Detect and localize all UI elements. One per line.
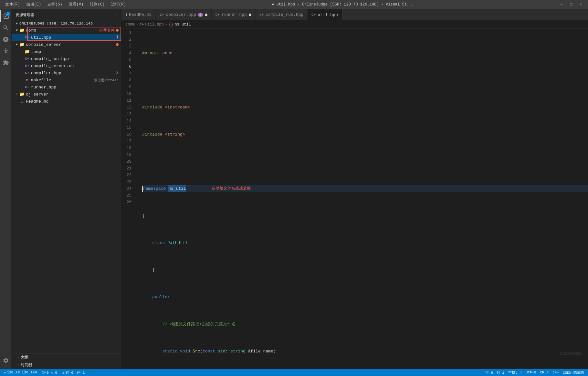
temp-label: temp xyxy=(31,49,119,54)
folder-oj-server[interactable]: › 📁 oj_server xyxy=(12,91,121,98)
include-1: #include xyxy=(142,104,165,111)
activity-search[interactable] xyxy=(0,22,12,34)
breadcrumb-ns-util[interactable]: ns_util xyxy=(174,22,191,27)
ln-23: 23 xyxy=(121,178,134,185)
tab-compile-run-hpp[interactable]: C+ compile_run.hpp xyxy=(256,9,308,20)
compiler-tab-badge: 2 xyxy=(198,13,203,17)
new-file-icon[interactable]: ⋯ xyxy=(113,12,117,18)
makefile-annotation: 微信用户rf4se xyxy=(94,78,119,83)
status-git[interactable]: ⓪ 0 △ 0 xyxy=(41,369,58,376)
status-language[interactable]: C++ xyxy=(551,369,560,376)
file-compiler-hpp[interactable]: C+ compiler.hpp 2 xyxy=(12,69,121,76)
scope-12: :: xyxy=(225,348,230,355)
readme-tab-icon: ℹ xyxy=(125,12,127,17)
iostream-str: <iostream> xyxy=(165,104,190,111)
code-line-3: #include <iostream> xyxy=(142,104,588,111)
position-label: 行 6，列 1 xyxy=(485,370,504,375)
tab-util-hpp[interactable]: C+ util.hpp xyxy=(308,9,342,20)
indent11 xyxy=(142,321,162,328)
minimize-button[interactable]: — xyxy=(557,1,566,8)
menu-edit[interactable]: 编辑(E) xyxy=(24,1,44,8)
util-tab-label: util.hpp xyxy=(318,13,338,17)
close-button[interactable]: ✕ xyxy=(576,1,585,8)
indent12 xyxy=(142,348,162,355)
tab-readme[interactable]: ℹ ReadMe.md xyxy=(121,9,156,20)
menu-run[interactable]: 运行(R) xyxy=(109,1,129,8)
oj-server-chevron: › xyxy=(14,92,19,97)
menu-view[interactable]: 查看(V) xyxy=(66,1,86,8)
ln-19: 19 xyxy=(121,151,134,158)
file-compile-run-hpp[interactable]: C+ compile_run.hpp xyxy=(12,55,121,62)
menu-bar[interactable]: 文件(F) 编辑(E) 选择(S) 查看(V) 转到(G) 运行(R) xyxy=(3,1,129,8)
activity-explorer[interactable]: 3 xyxy=(0,10,12,22)
root-folder[interactable]: ▼ ONLINEJUDGE [SSH: 120.78.126.148] xyxy=(12,20,121,27)
error-icon: ⚠ xyxy=(62,371,65,375)
folder-temp[interactable]: › 📁 temp xyxy=(12,48,121,55)
paren-12: ( xyxy=(200,348,203,355)
breadcrumb-icon: C+ xyxy=(140,23,144,26)
util-hpp-label: util.hpp xyxy=(31,35,115,40)
comm-annotation: 公共文件 xyxy=(99,28,115,33)
window-title: ● util.hpp - OnlineJudge [SSH: 120.78.12… xyxy=(129,2,557,7)
oj-server-label: oj_server xyxy=(26,92,119,97)
menu-file[interactable]: 文件(F) xyxy=(3,1,23,8)
ln-20: 20 xyxy=(121,158,134,165)
activity-settings[interactable] xyxy=(0,355,12,366)
code-line-10: public: xyxy=(142,294,588,300)
activity-git[interactable] xyxy=(0,34,12,45)
namespace-kw: namespace xyxy=(143,185,166,192)
indent9: { xyxy=(142,267,155,273)
tabs-bar: ℹ ReadMe.md C+ compiler.hpp 2 C+ runner.… xyxy=(121,9,588,20)
folder-compile-server[interactable]: ▼ 📁 compile_server xyxy=(12,41,121,48)
pragma-once-value: once xyxy=(162,50,172,56)
breadcrumb-util[interactable]: util.hpp xyxy=(145,22,164,27)
class-kw: class xyxy=(152,239,167,246)
title-bar: 文件(F) 编辑(E) 选择(S) 查看(V) 转到(G) 运行(R) ● ut… xyxy=(0,0,588,9)
user-label: CSDN·陈陈陈 xyxy=(563,370,584,375)
util-badge: 1 xyxy=(116,35,119,40)
line-numbers: 1 2 3 4 5 6 7 8 9 10 11 12 13 14 15 16 1… xyxy=(121,29,137,369)
error-label: 行 6，列 1 xyxy=(66,370,85,375)
tab-runner-hpp[interactable]: C+ runner.hpp xyxy=(212,9,256,20)
status-remote[interactable]: ⇌ 120.78.126.148 xyxy=(3,369,38,376)
file-readme-md[interactable]: ℹ ReadMe.md xyxy=(12,98,121,105)
activity-extensions[interactable] xyxy=(0,57,12,68)
code-line-12: static void Src ( const std :: string &f… xyxy=(142,348,588,355)
maximize-button[interactable]: □ xyxy=(567,1,576,8)
file-util-hpp[interactable]: C+ util.hpp 1 xyxy=(12,34,121,41)
activity-debug[interactable] xyxy=(0,45,12,57)
code-editor[interactable]: 1 2 3 4 5 6 7 8 9 10 11 12 13 14 15 16 1… xyxy=(121,29,588,369)
ln-16: 16 xyxy=(121,131,134,138)
file-runner-hpp[interactable]: C+ runner.hpp xyxy=(12,84,121,91)
file-compile-server-cc[interactable]: C+ compile_server.cc xyxy=(12,62,121,69)
readme-icon: ℹ xyxy=(19,99,25,104)
outline-label: 大纲 xyxy=(21,355,28,360)
code-line-8: class PathUtil xyxy=(142,239,588,246)
menu-goto[interactable]: 转到(G) xyxy=(87,1,107,8)
breadcrumb-comm[interactable]: comm xyxy=(125,22,135,27)
window-controls[interactable]: — □ ✕ xyxy=(557,1,585,8)
status-indent[interactable]: 空格: 4 xyxy=(507,369,523,376)
status-encoding[interactable]: UTF-8 xyxy=(524,369,538,376)
ln-11: 11 xyxy=(121,97,134,104)
compile-server-label: compile_server xyxy=(26,42,115,47)
file-makefile[interactable]: M makefile 微信用户rf4se xyxy=(12,76,121,84)
sidebar-header-actions: ⋯ xyxy=(113,12,117,18)
status-eol[interactable]: CRLF xyxy=(539,369,550,376)
menu-select[interactable]: 选择(S) xyxy=(45,1,65,8)
timeline-section[interactable]: › 时间线 xyxy=(12,361,121,369)
code-content[interactable]: #pragma once #include <iostream> #includ… xyxy=(137,29,588,369)
tab-compiler-hpp[interactable]: C+ compiler.hpp 2 xyxy=(156,9,211,20)
status-position[interactable]: 行 6，列 1 xyxy=(484,369,506,376)
folder-comm[interactable]: ▼ 📁 comm 公共文件 xyxy=(12,27,121,34)
outline-section[interactable]: › 大纲 xyxy=(12,353,121,361)
ln-12: 12 xyxy=(121,104,134,111)
explorer-tree: ▼ ONLINEJUDGE [SSH: 120.78.126.148] ▼ 📁 … xyxy=(12,20,121,353)
git-branch-icon: ⓪ xyxy=(42,370,46,375)
ref-12: &file_name) xyxy=(248,348,276,355)
code-line-6: namespace ns_util 自动给文件名生成后缀 xyxy=(142,185,588,192)
status-errors[interactable]: ⚠ 行 6，列 1 xyxy=(61,369,86,376)
ln-7: 7 xyxy=(121,70,134,77)
static-kw-12: static xyxy=(162,348,180,355)
code-line-7: { xyxy=(142,212,588,219)
